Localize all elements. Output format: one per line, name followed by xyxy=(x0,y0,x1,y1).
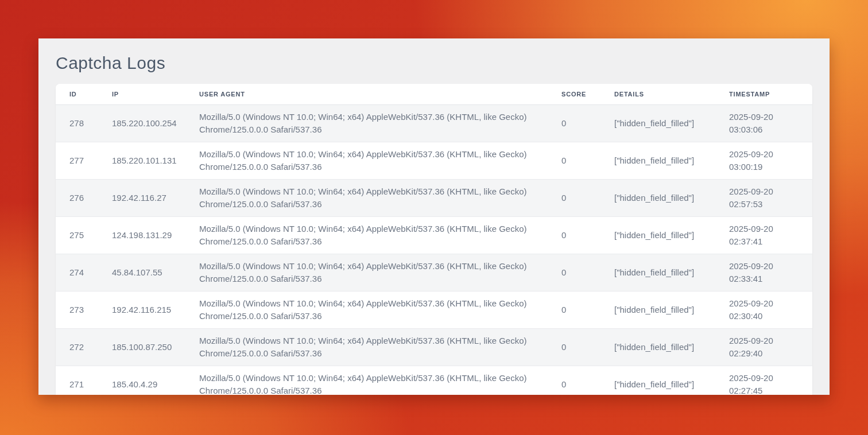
cell-ip: 185.40.4.29 xyxy=(98,366,185,395)
cell-ip: 124.198.131.29 xyxy=(98,217,185,254)
cell-user-agent: Mozilla/5.0 (Windows NT 10.0; Win64; x64… xyxy=(185,180,548,217)
cell-score: 0 xyxy=(548,292,600,329)
cell-timestamp: 2025-09-20 02:33:41 xyxy=(715,254,812,292)
cell-id: 278 xyxy=(56,105,98,142)
cell-score: 0 xyxy=(548,254,600,292)
cell-details: ["hidden_field_filled"] xyxy=(600,254,715,292)
table-row: 277 185.220.101.131 Mozilla/5.0 (Windows… xyxy=(56,142,812,180)
table-row: 275 124.198.131.29 Mozilla/5.0 (Windows … xyxy=(56,217,812,254)
cell-user-agent: Mozilla/5.0 (Windows NT 10.0; Win64; x64… xyxy=(185,254,548,292)
table-row: 271 185.40.4.29 Mozilla/5.0 (Windows NT … xyxy=(56,366,812,395)
cell-id: 276 xyxy=(56,180,98,217)
table-body: 278 185.220.100.254 Mozilla/5.0 (Windows… xyxy=(56,105,812,395)
cell-score: 0 xyxy=(548,105,600,142)
cell-details: ["hidden_field_filled"] xyxy=(600,142,715,180)
cell-timestamp: 2025-09-20 02:27:45 xyxy=(715,366,812,395)
cell-user-agent: Mozilla/5.0 (Windows NT 10.0; Win64; x64… xyxy=(185,105,548,142)
cell-timestamp: 2025-09-20 03:03:06 xyxy=(715,105,812,142)
cell-details: ["hidden_field_filled"] xyxy=(600,366,715,395)
table-row: 272 185.100.87.250 Mozilla/5.0 (Windows … xyxy=(56,329,812,366)
page-title: Captcha Logs xyxy=(38,38,830,84)
table-row: 276 192.42.116.27 Mozilla/5.0 (Windows N… xyxy=(56,180,812,217)
cell-ip: 185.220.100.254 xyxy=(98,105,185,142)
cell-id: 275 xyxy=(56,217,98,254)
cell-user-agent: Mozilla/5.0 (Windows NT 10.0; Win64; x64… xyxy=(185,142,548,180)
cell-timestamp: 2025-09-20 02:37:41 xyxy=(715,217,812,254)
cell-ip: 45.84.107.55 xyxy=(98,254,185,292)
cell-user-agent: Mozilla/5.0 (Windows NT 10.0; Win64; x64… xyxy=(185,292,548,329)
cell-ip: 185.220.101.131 xyxy=(98,142,185,180)
table-row: 273 192.42.116.215 Mozilla/5.0 (Windows … xyxy=(56,292,812,329)
table-header-row: ID IP USER AGENT SCORE DETAILS TIMESTAMP xyxy=(56,84,812,105)
cell-details: ["hidden_field_filled"] xyxy=(600,180,715,217)
column-header-user-agent: USER AGENT xyxy=(185,84,548,105)
cell-timestamp: 2025-09-20 02:30:40 xyxy=(715,292,812,329)
table-row: 278 185.220.100.254 Mozilla/5.0 (Windows… xyxy=(56,105,812,142)
cell-timestamp: 2025-09-20 03:00:19 xyxy=(715,142,812,180)
cell-score: 0 xyxy=(548,142,600,180)
captcha-logs-card: Captcha Logs ID IP USER AGENT SCORE DETA… xyxy=(38,38,830,395)
cell-id: 277 xyxy=(56,142,98,180)
cell-score: 0 xyxy=(548,366,600,395)
cell-details: ["hidden_field_filled"] xyxy=(600,217,715,254)
column-header-ip: IP xyxy=(98,84,185,105)
cell-details: ["hidden_field_filled"] xyxy=(600,329,715,366)
cell-score: 0 xyxy=(548,180,600,217)
cell-ip: 192.42.116.215 xyxy=(98,292,185,329)
cell-id: 273 xyxy=(56,292,98,329)
cell-user-agent: Mozilla/5.0 (Windows NT 10.0; Win64; x64… xyxy=(185,217,548,254)
cell-details: ["hidden_field_filled"] xyxy=(600,292,715,329)
cell-score: 0 xyxy=(548,329,600,366)
cell-timestamp: 2025-09-20 02:57:53 xyxy=(715,180,812,217)
cell-user-agent: Mozilla/5.0 (Windows NT 10.0; Win64; x64… xyxy=(185,366,548,395)
captcha-logs-table-container: ID IP USER AGENT SCORE DETAILS TIMESTAMP… xyxy=(56,84,812,395)
column-header-id: ID xyxy=(56,84,98,105)
table-header: ID IP USER AGENT SCORE DETAILS TIMESTAMP xyxy=(56,84,812,105)
cell-timestamp: 2025-09-20 02:29:40 xyxy=(715,329,812,366)
column-header-details: DETAILS xyxy=(600,84,715,105)
cell-id: 274 xyxy=(56,254,98,292)
table-row: 274 45.84.107.55 Mozilla/5.0 (Windows NT… xyxy=(56,254,812,292)
cell-id: 271 xyxy=(56,366,98,395)
cell-ip: 185.100.87.250 xyxy=(98,329,185,366)
cell-details: ["hidden_field_filled"] xyxy=(600,105,715,142)
column-header-score: SCORE xyxy=(548,84,600,105)
cell-score: 0 xyxy=(548,217,600,254)
cell-id: 272 xyxy=(56,329,98,366)
cell-ip: 192.42.116.27 xyxy=(98,180,185,217)
cell-user-agent: Mozilla/5.0 (Windows NT 10.0; Win64; x64… xyxy=(185,329,548,366)
captcha-logs-table: ID IP USER AGENT SCORE DETAILS TIMESTAMP… xyxy=(56,84,812,395)
column-header-timestamp: TIMESTAMP xyxy=(715,84,812,105)
